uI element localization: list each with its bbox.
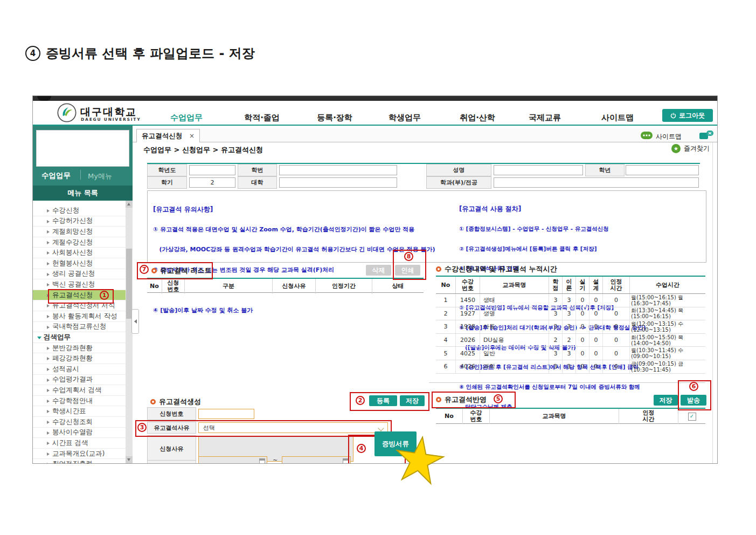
window-tabs-icon[interactable]	[699, 131, 713, 140]
sidebar-item-course-registration[interactable]: 수강신청	[33, 205, 126, 216]
tab-close-icon[interactable]: ×	[189, 132, 195, 140]
apply-save-button[interactable]: 저장	[654, 395, 678, 406]
sidebar-item-blood-donation[interactable]: 헌혈봉사신청	[33, 258, 126, 269]
year-input[interactable]	[189, 165, 235, 175]
scroll-up-icon[interactable]	[126, 201, 133, 208]
name-input[interactable]	[494, 165, 583, 175]
sitemap-link[interactable]: 사이트맵	[656, 132, 682, 141]
col-status: 상태	[372, 279, 424, 294]
col-app-no: 신청 번호	[162, 279, 185, 294]
app-no-input[interactable]	[198, 409, 254, 419]
col-course: 교과목명	[490, 409, 619, 424]
nav-item-sitemap[interactable]: 사이트맵	[601, 113, 634, 123]
scroll-down-icon[interactable]	[126, 456, 133, 463]
sidebar-item-course-outline[interactable]: 교과목개요(교과)	[33, 449, 126, 459]
dept-label: 학과(부)/전공	[426, 176, 491, 189]
annotation-2: 2	[356, 396, 365, 405]
sidebar-collapse-handle[interactable]	[131, 309, 139, 334]
sidebar-menu-list: 수강신청 수강허가신청 계절희망신청 계절수강신청 사회봉사신청 헌혈봉사신청 …	[33, 201, 126, 463]
register-button[interactable]: 등록	[369, 395, 397, 406]
nav-item-international[interactable]: 국제교류	[529, 113, 561, 123]
sidebar-tab-mymenu[interactable]: My메뉴	[88, 172, 112, 181]
header-divider	[33, 125, 717, 126]
col-no: No	[147, 279, 162, 294]
sidebar-item-seasonal-course[interactable]: 계절수강신청	[33, 237, 126, 248]
notice-line: ① 유고결석 적용은 대면수업 및 실시간 Zoom 수업, 학습기간(출석인정…	[153, 227, 435, 234]
nav-item-student-affairs[interactable]: 학생업무	[389, 113, 421, 123]
notice-line: ④ [발송]이후 날짜 수정 및 취소 불가	[153, 307, 435, 314]
college-input[interactable]	[279, 177, 397, 188]
tab-excused-absence[interactable]: 유고결석신청 ×	[136, 129, 200, 142]
page-title: 4 증빙서류 선택 후 파일업로드 - 저장	[25, 45, 255, 62]
sidebar-tab-divider	[80, 170, 81, 180]
sidebar-item-section-status[interactable]: 분반강좌현황	[33, 343, 126, 354]
nav-item-career[interactable]: 취업·산학	[460, 113, 495, 123]
sidebar-item-domestic-credit[interactable]: 국내학점교류신청	[33, 322, 126, 333]
create-title: 유고결석생성	[150, 397, 201, 407]
period-start-input[interactable]	[198, 456, 267, 464]
col-category: 구분	[185, 279, 273, 294]
nav-item-registration[interactable]: 등록·장학	[317, 113, 352, 123]
breadcrumb: 수업업무 > 신청업무 > 유고결석신청	[143, 145, 263, 155]
sidebar-category-search[interactable]: 검색업무	[33, 332, 126, 343]
sidebar-item-menstrual-absence[interactable]: 생리 공결신청	[33, 269, 126, 280]
name-label: 성명	[426, 164, 491, 176]
table-row: 11450 생태3 30 00 월(15:00~16:15) 월(16:30~1…	[436, 294, 705, 307]
logout-label: 로그아웃	[679, 111, 705, 120]
sidebar-item-credit-guide[interactable]: 수강학점안내	[33, 396, 126, 407]
student-id-input[interactable]	[279, 165, 397, 175]
table-row: 21927 생명3 30 00 화(13:30~14:45) 목(15:00~1…	[436, 307, 705, 321]
sidebar-item-clipped[interactable]: 취업전직훈련	[33, 459, 126, 463]
delete-button[interactable]: 삭제	[366, 265, 391, 276]
sidebar-item-service-view[interactable]: 봉사이수열람	[33, 428, 126, 438]
dept-input[interactable]	[494, 177, 699, 188]
term-input[interactable]: 2	[189, 177, 235, 188]
page-title-text: 증빙서류 선택 후 파일업로드 - 저장	[46, 45, 255, 62]
sidebar-item-closed-courses[interactable]: 폐강강좌현황	[33, 353, 126, 364]
page: 4 증빙서류 선택 후 파일업로드 - 저장 대구대학교 DAEGU UNIVE…	[0, 0, 756, 535]
sidebar-item-grade-posting[interactable]: 성적공시	[33, 364, 126, 375]
sidebar-tab-classwork[interactable]: 수업업무	[41, 171, 71, 181]
sidebar-item-service-plan[interactable]: 봉사 활동계획서 작성	[33, 311, 126, 322]
nav-item-records[interactable]: 학적·졸업	[244, 113, 280, 123]
reason-label: 신청사유	[147, 435, 196, 462]
notice-line: ② [유고결석생성]메뉴에서 [등록]버튼 클릭 후 [저장]	[459, 245, 646, 252]
calendar-icon[interactable]	[259, 458, 265, 464]
university-logo-icon	[57, 103, 77, 122]
period-tilde: ~	[273, 457, 278, 464]
nav-item-classwork[interactable]: 수업업무	[170, 113, 203, 123]
sitemap-icon[interactable]	[641, 132, 653, 139]
grade-input[interactable]	[626, 165, 699, 175]
annotation-3: 3	[137, 423, 147, 432]
sidebar-item-timetable-search[interactable]: 시간표 검색	[33, 438, 126, 449]
enrollment-header: No 수강 번호 교과목명 학 점 이 론 실 기 설 계 인정 시간 수업시간	[436, 276, 705, 294]
star-annotation-icon	[389, 432, 449, 489]
sidebar-item-seasonal-wish[interactable]: 계절희망신청	[33, 227, 126, 237]
sidebar-item-registration-lookup[interactable]: 수강신청조회	[33, 417, 126, 428]
favorites-button[interactable]: ★ 즐겨찾기	[671, 144, 710, 153]
col-recognized: 인정 시간	[619, 409, 678, 424]
content-right-divider	[712, 142, 713, 463]
logout-button[interactable]: 로그아웃	[662, 109, 713, 122]
send-button[interactable]: 발송	[681, 395, 706, 406]
table-row: 42026 DU실용2 20 00 화(15:00~15:50) 목(14:00…	[436, 334, 705, 347]
sidebar-item-eval-results[interactable]: 수업평가결과	[33, 375, 126, 386]
annotation-5: 5	[494, 394, 503, 403]
create-save-button[interactable]: 저장	[400, 395, 425, 406]
window-top-bar	[33, 96, 717, 101]
period-end-input[interactable]	[282, 456, 351, 464]
bullet-icon	[150, 399, 156, 404]
sidebar-item-social-service[interactable]: 사회봉사신청	[33, 248, 126, 258]
scrollbar-thumb[interactable]	[126, 249, 132, 319]
sidebar-item-student-timetable[interactable]: 학생시간표	[33, 406, 126, 417]
sidebar-item-course-permission[interactable]: 수강허가신청	[33, 216, 126, 227]
sidebar-item-vaccine-absence[interactable]: 백신 공결신청	[33, 279, 126, 290]
sidebar-item-syllabus-search[interactable]: 수업계획서 검색	[33, 385, 126, 396]
col-period: 인정기간	[316, 279, 372, 294]
notice-right-title: [유고결석 사용 절차]	[459, 205, 646, 212]
col-checkbox: ✓	[678, 409, 705, 424]
select-all-checkbox[interactable]: ✓	[688, 413, 696, 421]
col-reason: 신청사유	[273, 279, 316, 294]
table-row: 31928 아동3 30 00 월(12:00~13:15) 수(12:00~1…	[436, 320, 705, 334]
col-course: 교과목명	[480, 277, 549, 293]
